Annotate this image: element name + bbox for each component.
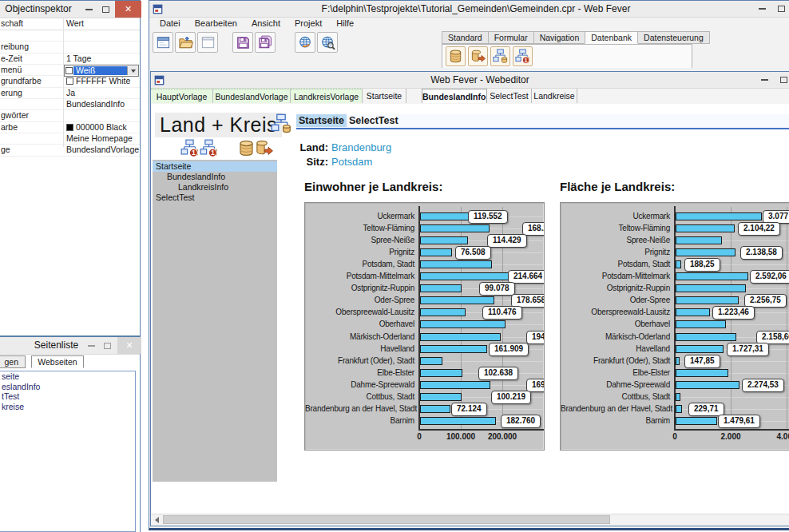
tab-hauptvorlage[interactable]: HauptVorlage (151, 89, 213, 103)
minimize-button[interactable] (83, 337, 99, 354)
globe-search-button[interactable] (317, 32, 338, 53)
bar (676, 333, 736, 341)
tree-item-bundeslandinfo[interactable]: BundeslandInfo (153, 172, 277, 182)
close-button[interactable]: ✕ (115, 1, 141, 18)
tab-startseite[interactable]: Startseite (363, 89, 406, 103)
nav-link-selecttest[interactable]: SelectTest (347, 114, 401, 127)
new-page-button[interactable] (153, 32, 173, 53)
grid-column-divider[interactable] (63, 18, 64, 147)
flow-db-badge-button[interactable]: 1 (513, 46, 533, 66)
globe-search-icon (320, 35, 335, 50)
property-column-header: schaft (1, 18, 23, 29)
db-export-link[interactable] (255, 139, 273, 157)
tab-bundeslandvorlage[interactable]: BundeslandVorlage (213, 89, 291, 103)
webeditor-titlebar[interactable]: Web Fever - Webeditor (151, 72, 789, 89)
menu-hilfe[interactable]: Hilfe (329, 18, 361, 29)
bar (676, 260, 681, 268)
webeditor-title: Web Fever - Webeditor (151, 74, 789, 85)
webpages-list[interactable]: seiteeslandInfotTestkreise (0, 371, 136, 532)
pagelist-tab-gen[interactable]: gen (0, 355, 26, 368)
tree-item-startseite[interactable]: Startseite (153, 161, 277, 172)
tree-item-selecttest[interactable]: SelectTest (153, 193, 277, 203)
category-label: Oder-Spree (561, 296, 670, 304)
property-name: reibung (1, 42, 29, 52)
ribbon-tab-datenbank[interactable]: Datenbank (585, 31, 638, 44)
maximize-button[interactable] (775, 72, 789, 88)
ribbon-tab-navigation[interactable]: Navigation (533, 31, 586, 44)
property-row: gwörter (0, 110, 140, 121)
db-export-button[interactable] (468, 46, 488, 66)
maximize-button[interactable] (97, 1, 113, 18)
field-value-link[interactable]: Potsdam (331, 156, 372, 168)
minimize-button[interactable] (753, 1, 771, 17)
scrollbar-thumb[interactable] (163, 515, 610, 524)
ribbon-tab-formular[interactable]: Formular (488, 31, 534, 44)
property-grid-header: schaft Wert (0, 18, 140, 30)
dropdown-button[interactable] (127, 66, 138, 75)
db-link[interactable] (237, 139, 256, 157)
tree-item-landkreisinfo[interactable]: LandkreisInfo (153, 182, 277, 193)
globe-refresh-button[interactable] (295, 32, 315, 53)
nav-link-startseite[interactable]: Startseite (296, 114, 347, 127)
page-heading[interactable]: Land + Kreis (155, 113, 282, 137)
value-label: 188,25 (684, 258, 720, 272)
color-swatch (66, 124, 73, 131)
page-tree-listbox[interactable]: StartseiteBundeslandInfoLandkreisInfoSel… (153, 160, 277, 482)
property-value[interactable]: 000000 Black (66, 122, 138, 133)
scroll-left-button[interactable] (151, 514, 162, 525)
axis-tick-label: 0 (397, 432, 442, 441)
property-value[interactable]: Ja (66, 88, 138, 98)
value-label: 161.909 (489, 343, 529, 356)
list-item[interactable]: seite (0, 371, 135, 382)
bar (676, 296, 739, 304)
save-button[interactable] (232, 32, 253, 53)
list-item[interactable]: tTest (0, 391, 135, 402)
svg-text:1: 1 (192, 149, 196, 157)
flow-db-badge-link[interactable]: 1 (200, 139, 218, 157)
minimize-button[interactable] (81, 1, 97, 18)
menu-projekt[interactable]: Projekt (287, 18, 329, 29)
property-value[interactable]: Meine Homepage (66, 133, 138, 144)
list-item[interactable]: kreise (0, 402, 135, 412)
tab-bundeslandinfo[interactable]: BundeslandInfo✕ (422, 89, 487, 103)
property-value[interactable]: FFFFFF White (66, 76, 138, 86)
menu-bearbeiten[interactable]: Bearbeiten (188, 18, 244, 29)
field-value-link[interactable]: Brandenburg (331, 141, 391, 153)
close-button[interactable]: ✕ (117, 337, 141, 354)
category-label: Spree-Neiße (305, 236, 414, 244)
horizontal-scrollbar[interactable] (151, 514, 789, 526)
maximize-button[interactable] (99, 337, 115, 354)
ribbon-tab-standard[interactable]: Standard (442, 31, 489, 44)
property-value[interactable]: BundeslandInfo (66, 99, 138, 109)
category-label: Märkisch-Oderland (305, 332, 414, 341)
save-all-button[interactable] (255, 32, 276, 53)
object-inspector-titlebar[interactable]: Objectinspektor ✕ (0, 1, 140, 18)
db-button[interactable] (446, 46, 466, 66)
chart-title-flaeche: Fläche je Landkreis: (560, 180, 675, 193)
open-project-button[interactable] (175, 32, 196, 53)
close-icon: ✕ (125, 340, 133, 351)
blank-window-button[interactable] (197, 32, 218, 53)
property-value[interactable]: BundeslandVorlage (66, 145, 138, 155)
axis-tick-label: 4.000 (764, 432, 789, 441)
maximize-button[interactable] (772, 1, 789, 17)
flow-db-button[interactable] (490, 46, 510, 66)
main-titlebar[interactable]: F:\delphin\Testprojekte\Tutorial_Gemeind… (149, 1, 789, 18)
tab-landkreise[interactable]: Landkreise (532, 89, 577, 103)
flow-db-icon (271, 113, 291, 134)
tab-selecttest[interactable]: SelectTest (487, 89, 532, 103)
category-label: Prignitz (561, 248, 670, 256)
minimize-button[interactable] (755, 72, 773, 88)
pagelist-tab-Webseiten[interactable]: Webseiten (31, 355, 84, 368)
axis-tick-label: 100.000 (438, 432, 483, 441)
color-dropdown[interactable]: Weiß (64, 65, 139, 77)
category-label: Dahme-Spreewald (305, 380, 414, 389)
property-value[interactable]: 1 Tage (66, 54, 138, 64)
page-list-titlebar[interactable]: Seitenliste ✕ (0, 337, 140, 355)
flow-db-badge-link[interactable]: 1 (180, 139, 199, 157)
menu-ansicht[interactable]: Ansicht (244, 18, 287, 29)
menu-datei[interactable]: Datei (153, 18, 188, 29)
ribbon-tab-datensteuerung[interactable]: Datensteuerung (637, 31, 710, 44)
tab-landkreisvorlage[interactable]: LandkreisVorlage (291, 89, 363, 103)
list-item[interactable]: eslandInfo (0, 382, 135, 392)
